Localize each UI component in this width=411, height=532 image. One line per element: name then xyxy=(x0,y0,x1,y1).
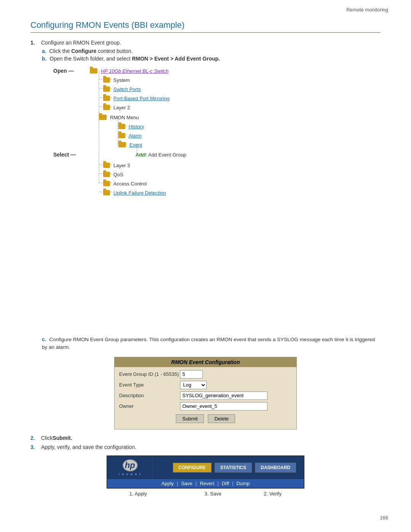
nav-revert[interactable]: Revert xyxy=(197,481,217,486)
annotation-open: Open — xyxy=(53,66,74,75)
folder-icon-qos xyxy=(103,172,110,177)
label-1-apply: 1. Apply xyxy=(129,491,147,497)
header-text: Remote monitoring xyxy=(346,7,388,13)
tree-label-rmon-menu: RMON Menu xyxy=(110,115,139,120)
label-2-verify: 2. Verify xyxy=(264,491,282,497)
step-1b-pre: Open the Switch folder, and select xyxy=(49,56,132,62)
tree-item-layer2: Layer 2 xyxy=(103,103,130,112)
add-event-label-container: Add! Add Event Group xyxy=(135,152,186,158)
tree-item-uplink: Uplink Failure Detection xyxy=(103,188,166,197)
tree-diagram: Open — HP 10Gb Ethernet BL-c Switch Syst… xyxy=(53,66,381,332)
step-1b-bold: RMON > Event > Add Event Group. xyxy=(132,56,220,62)
form-row-owner: Owner xyxy=(119,402,292,411)
step-2-num: 2. xyxy=(30,435,40,441)
input-event-group-id[interactable] xyxy=(180,370,203,379)
page-header: Remote monitoring xyxy=(0,0,411,13)
select-event-type[interactable]: Log None SNMP-Trap Both xyxy=(180,381,207,389)
hp-invent-text: i n v e n t xyxy=(119,472,141,476)
submit-button[interactable]: Submit xyxy=(176,414,204,423)
rmon-config-form: Event Group ID (1 - 65535) Event Type Lo… xyxy=(115,367,296,429)
form-buttons: Submit Delete xyxy=(119,414,292,423)
bbi-bottom-bar: Apply | Save | Revert | Diff | Dump xyxy=(107,479,304,488)
nav-save[interactable]: Save xyxy=(178,481,196,486)
diagram-labels: 1. Apply 3. Save 2. Verify xyxy=(129,491,282,497)
tree-item-history: History xyxy=(118,122,144,131)
step-3: 3. Apply, verify, and save the configura… xyxy=(30,444,381,450)
step-1a: a. Click the Configure context button. xyxy=(30,48,381,54)
page-title: Configuring RMON Events (BBI example) xyxy=(30,20,381,33)
form-row-description: Description xyxy=(119,391,292,400)
dashboard-btn[interactable]: DASHBOARD xyxy=(255,463,296,473)
delete-button[interactable]: Delete xyxy=(208,414,235,423)
tree-item-alarm: Alarm xyxy=(118,131,142,140)
configure-btn[interactable]: CONFIGURE xyxy=(173,463,212,473)
label-event-type: Event Type xyxy=(119,382,180,388)
label-owner: Owner xyxy=(119,403,180,409)
tree-label-qos: QoS xyxy=(113,172,123,177)
label-3-save: 3. Save xyxy=(205,491,221,497)
step-1-text: Configure an RMON Event group. xyxy=(41,40,121,46)
folder-open-icon-event xyxy=(118,142,126,147)
link-history[interactable]: History xyxy=(129,124,144,129)
label-description: Description xyxy=(119,393,180,398)
folder-icon-alarm xyxy=(118,133,125,138)
tree-label-access-control: Access Control xyxy=(113,181,147,187)
rmon-config-box: RMON Event Configuration Event Group ID … xyxy=(114,357,297,430)
step-3-num: 3. xyxy=(30,444,40,450)
bbi-toolbar-container: hp i n v e n t CONFIGURE STATISTICS DASH… xyxy=(107,455,304,497)
folder-icon-switch-ports xyxy=(103,86,110,92)
step-3-text: Apply, verify, and save the configuratio… xyxy=(41,444,136,450)
step-1a-label: a. xyxy=(42,48,46,54)
step-1a-post: context button. xyxy=(96,48,133,54)
step-1b: b. Open the Switch folder, and select RM… xyxy=(30,56,381,62)
link-uplink[interactable]: Uplink Failure Detection xyxy=(113,190,166,196)
folder-icon-history xyxy=(118,124,125,129)
folder-icon-layer2 xyxy=(103,105,110,110)
nav-apply[interactable]: Apply xyxy=(158,481,177,486)
input-description[interactable] xyxy=(180,391,268,400)
link-port-mirroring[interactable]: Port-Based Port Mirroring xyxy=(113,96,169,101)
folder-open-icon xyxy=(90,68,97,73)
tree-label-layer2: Layer 2 xyxy=(113,105,130,110)
step-1: 1. Configure an RMON Event group. xyxy=(30,40,381,46)
annotation-select: Select — xyxy=(53,150,76,159)
link-switch-ports[interactable]: Switch Ports xyxy=(113,86,141,92)
input-owner[interactable] xyxy=(180,402,268,411)
form-row-event-type: Event Type Log None SNMP-Trap Both xyxy=(119,381,292,389)
tree-item-qos: QoS xyxy=(103,170,123,179)
nav-diff[interactable]: Diff xyxy=(219,481,232,486)
add-icon: Add! xyxy=(135,152,147,158)
bbi-nav-buttons: CONFIGURE STATISTICS DASHBOARD xyxy=(153,456,304,479)
step-1a-bold: Configure xyxy=(71,48,96,54)
folder-icon-uplink xyxy=(103,190,110,195)
page-number: 166 xyxy=(380,515,388,521)
statistics-btn[interactable]: STATISTICS xyxy=(215,463,252,473)
folder-icon-system xyxy=(103,77,110,83)
step-1a-pre: Click the xyxy=(49,48,72,54)
tree-label-layer3: Layer 3 xyxy=(113,163,130,168)
tree-item-rmon-menu: RMON Menu xyxy=(99,113,139,122)
tree-item-switch-ports: Switch Ports xyxy=(103,85,141,94)
label-event-group-id: Event Group ID (1 - 65535) xyxy=(119,371,180,377)
link-event[interactable]: Event xyxy=(129,142,142,148)
tree-item-add-event-group: Select — Add! Add Event Group xyxy=(53,150,244,159)
nav-dump[interactable]: Dump xyxy=(233,481,253,486)
step-2: 2. Click Submit. xyxy=(30,435,381,441)
folder-icon-port-mirroring xyxy=(103,96,110,101)
bbi-top-bar: hp i n v e n t CONFIGURE STATISTICS DASH… xyxy=(107,456,304,479)
rmon-config-title: RMON Event Configuration xyxy=(115,357,296,367)
step-1c-label: c. xyxy=(42,336,46,342)
tree-label-add-event: Add Event Group xyxy=(148,152,186,158)
folder-icon-access-control xyxy=(103,181,110,186)
tree-label-system: System xyxy=(113,77,130,83)
link-hp-switch[interactable]: HP 10Gb Ethernet BL-c Switch xyxy=(101,68,169,74)
link-alarm[interactable]: Alarm xyxy=(129,133,142,139)
bbi-toolbar: hp i n v e n t CONFIGURE STATISTICS DASH… xyxy=(107,455,304,489)
step-1c: c. Configure RMON Event Group parameters… xyxy=(30,336,381,351)
step-1c-text: Configure RMON Event Group parameters. T… xyxy=(42,337,375,350)
step-1-num: 1. xyxy=(30,40,40,46)
tree-item-port-mirroring: Port-Based Port Mirroring xyxy=(103,94,169,103)
form-row-event-group-id: Event Group ID (1 - 65535) xyxy=(119,370,292,379)
step-2-bold: Submit. xyxy=(53,435,72,441)
step-2-pre: Click xyxy=(41,435,53,441)
